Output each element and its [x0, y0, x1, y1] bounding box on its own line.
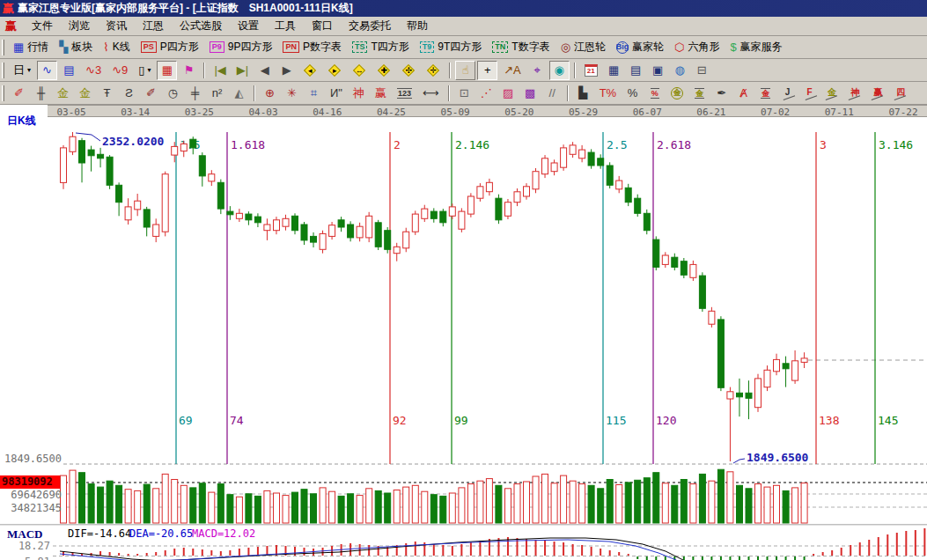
- percent-button[interactable]: %: [622, 84, 643, 103]
- menu-item-2[interactable]: 资讯: [98, 17, 135, 35]
- p9-square-button[interactable]: P99P四方形: [205, 38, 277, 57]
- zigzag9-button[interactable]: ∿9: [107, 61, 132, 80]
- sectors-button[interactable]: ▚板块: [55, 38, 97, 57]
- web-grid-button[interactable]: ⌗: [304, 84, 324, 103]
- percent-lines-button[interactable]: %: [644, 84, 665, 103]
- ink-bars-button[interactable]: ✒: [711, 84, 732, 103]
- print-button[interactable]: ⊟: [692, 61, 712, 80]
- menu-item-9[interactable]: 帮助: [399, 17, 436, 35]
- zoom-horizontal-diamond-button[interactable]: ↔: [348, 61, 371, 80]
- cycle-tool-button[interactable]: ◉: [549, 61, 570, 80]
- menu-item-6[interactable]: 工具: [267, 17, 304, 35]
- pan-left-diamond-button[interactable]: ◂: [298, 61, 321, 80]
- shen-tool-button[interactable]: 神: [349, 84, 369, 103]
- clock-circle-button[interactable]: ◷: [163, 84, 183, 103]
- dense-ticks-button[interactable]: ╪: [185, 84, 205, 103]
- rays-button[interactable]: ⋰: [476, 84, 497, 103]
- winner-service-button[interactable]: $赢家服务: [725, 38, 786, 57]
- kline-chart[interactable]: 1.5691.618742922.146992.51152.6181203138…: [0, 117, 927, 560]
- menu-item-8[interactable]: 交易委托: [341, 17, 399, 35]
- j-angle-button[interactable]: J: [777, 84, 798, 103]
- a-wave-button[interactable]: Ⱥ: [733, 84, 754, 103]
- hexagon-button[interactable]: ⬡六角形: [670, 38, 724, 57]
- gann-wheel-button[interactable]: ◎江恩轮: [556, 38, 610, 57]
- p-number-button[interactable]: PNP数字表: [278, 38, 346, 57]
- save-button[interactable]: ▣: [648, 61, 668, 80]
- gold-circle-button[interactable]: 金: [666, 84, 688, 103]
- notepad-button[interactable]: ▤: [626, 61, 646, 80]
- n-square-button[interactable]: n²: [207, 84, 227, 103]
- last-page-icon: ▶|: [237, 64, 248, 76]
- shade-grid2-button[interactable]: ▩: [520, 84, 541, 103]
- p-square-button[interactable]: PSP四方形: [136, 38, 203, 57]
- gold-ratio-button[interactable]: 金: [53, 84, 73, 103]
- gold-lines-button[interactable]: 金: [689, 84, 710, 103]
- box-line-button[interactable]: ⊡: [454, 84, 475, 103]
- trend-wave-button[interactable]: ∿: [37, 61, 57, 80]
- gann-bar-label: 145: [878, 414, 898, 427]
- chart-canvas[interactable]: 1.5691.618742922.146992.51152.6181203138…: [0, 117, 927, 560]
- info-panel-button[interactable]: ▤: [59, 61, 79, 80]
- t9-square-button[interactable]: T99T四方形: [416, 38, 487, 57]
- line-annotate-button[interactable]: ↗A: [499, 61, 526, 80]
- ruler123-button[interactable]: 123: [393, 84, 416, 103]
- t-number-button[interactable]: TNT数字表: [488, 38, 554, 57]
- wave-mark-button[interactable]: И": [326, 84, 347, 103]
- menu-item-4[interactable]: 公式选股: [172, 17, 230, 35]
- menu-item-7[interactable]: 窗口: [304, 17, 341, 35]
- brush-tool-button[interactable]: ✐: [9, 84, 29, 103]
- menu-item-3[interactable]: 江恩: [135, 17, 172, 35]
- compass-button[interactable]: ◭: [229, 84, 249, 103]
- si-angle-icon: 四: [896, 87, 905, 97]
- shen-angle-button[interactable]: 神: [844, 84, 865, 103]
- diag-lines-button[interactable]: //: [542, 84, 563, 103]
- candle-style-button[interactable]: ▯▾: [134, 61, 155, 80]
- gold-ratio-icon: 金: [57, 87, 69, 99]
- gold-angle-button[interactable]: 金: [821, 84, 842, 103]
- menu-item-5[interactable]: 设置: [230, 17, 267, 35]
- t-percent-button[interactable]: T%: [595, 84, 622, 103]
- menu-item-1[interactable]: 浏览: [61, 17, 98, 35]
- zoom-out-diamond-button[interactable]: ✣: [397, 61, 420, 80]
- crosshair-tool-icon: +: [484, 64, 491, 76]
- period-day-button[interactable]: 日▾: [9, 61, 35, 80]
- first-page-button[interactable]: |◀: [210, 61, 230, 80]
- expand-diamond-button[interactable]: ✛: [422, 61, 445, 80]
- crosshair-tool-button[interactable]: +: [477, 61, 497, 80]
- zigzag3-button[interactable]: ∿3: [81, 61, 106, 80]
- target-circle-button[interactable]: ⊕: [260, 84, 280, 103]
- shade-grid-button[interactable]: ▨: [498, 84, 519, 103]
- kline-button[interactable]: ⌇K线: [99, 38, 134, 57]
- ying-tool-button[interactable]: 赢: [371, 84, 391, 103]
- menu-item-0[interactable]: 文件: [24, 17, 61, 35]
- stair-chart-button[interactable]: ▙: [573, 84, 593, 103]
- web-save-button[interactable]: ◍: [670, 61, 690, 80]
- t-square-button[interactable]: TST四方形: [348, 38, 414, 57]
- prev-page-button[interactable]: ◀: [254, 61, 275, 80]
- calendar-button[interactable]: 21: [580, 61, 602, 80]
- star-web-button[interactable]: ✳: [282, 84, 302, 103]
- f-lines-button[interactable]: Ŧ: [97, 84, 117, 103]
- gold-lines-red-button[interactable]: 金: [755, 84, 776, 103]
- pattern-grid-button[interactable]: ▦: [157, 61, 177, 80]
- ying-angle-button[interactable]: 赢: [867, 84, 888, 103]
- wave-mark-icon: И": [330, 87, 342, 99]
- zoom-in-diamond-button[interactable]: ✚: [372, 61, 395, 80]
- calculator-button[interactable]: ▦: [604, 61, 624, 80]
- tick-lines-button[interactable]: ╫: [31, 84, 51, 103]
- quotes-button[interactable]: ▦行情: [9, 38, 53, 57]
- si-angle-button[interactable]: 四: [890, 84, 911, 103]
- candles: [61, 132, 808, 461]
- gold-ratio2-button[interactable]: 金: [75, 84, 95, 103]
- position-tool-button[interactable]: ⌖: [527, 61, 548, 80]
- last-page-button[interactable]: ▶|: [232, 61, 253, 80]
- pan-right-diamond-button[interactable]: ▸: [323, 61, 346, 80]
- f-angle-button[interactable]: F: [799, 84, 820, 103]
- width-arrow-button[interactable]: ⟷: [418, 84, 444, 103]
- winner-wheel-button[interactable]: Big赢家轮: [612, 38, 668, 57]
- flag-button[interactable]: ⚑: [179, 61, 199, 80]
- s-curve-button[interactable]: Ƨ: [119, 84, 139, 103]
- next-page-button[interactable]: ▶: [276, 61, 297, 80]
- hand-tool-button[interactable]: ☝: [455, 61, 475, 80]
- pen-tool-button[interactable]: ✐: [141, 84, 161, 103]
